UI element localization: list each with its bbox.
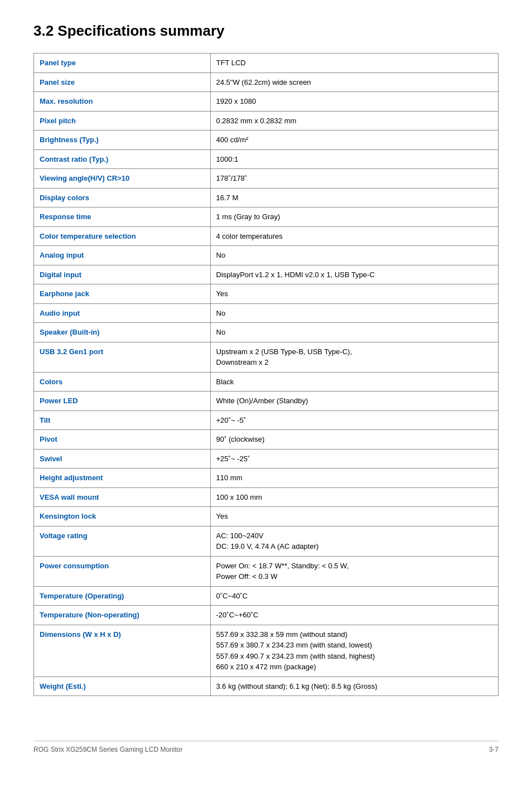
spec-label: Max. resolution xyxy=(34,92,211,112)
table-row: Viewing angle(H/V) CR>10178˚/178˚ xyxy=(34,169,499,189)
table-row: Speaker (Built-in)No xyxy=(34,323,499,342)
table-row: Temperature (Operating)0˚C~40˚C xyxy=(34,586,499,606)
table-row: Pivot90˚ (clockwise) xyxy=(34,430,499,450)
spec-value: 0.2832 mm x 0.2832 mm xyxy=(210,111,498,131)
spec-value: 24.5"W (62.2cm) wide screen xyxy=(210,73,498,92)
spec-value: No xyxy=(210,303,498,323)
spec-value: 90˚ (clockwise) xyxy=(210,430,498,450)
spec-value: -20˚C~+60˚C xyxy=(210,606,498,625)
spec-label: Temperature (Non-operating) xyxy=(34,606,211,625)
spec-value: 557.69 x 332.38 x 59 mm (without stand)5… xyxy=(210,625,498,677)
spec-value: Black xyxy=(210,372,498,392)
spec-value: 1920 x 1080 xyxy=(210,92,498,112)
table-row: Max. resolution1920 x 1080 xyxy=(34,92,499,112)
table-row: Pixel pitch0.2832 mm x 0.2832 mm xyxy=(34,111,499,131)
table-row: Audio inputNo xyxy=(34,303,499,323)
table-row: Panel size24.5"W (62.2cm) wide screen xyxy=(34,73,499,92)
table-row: Earphone jackYes xyxy=(34,284,499,304)
spec-label: Weight (Esti.) xyxy=(34,677,211,696)
spec-value: White (On)/Amber (Standby) xyxy=(210,392,498,411)
spec-value: 400 cd/m² xyxy=(210,131,498,150)
spec-value: 3.6 kg (without stand); 6.1 kg (Net); 8.… xyxy=(210,677,498,696)
spec-value: 178˚/178˚ xyxy=(210,169,498,189)
spec-value: 110 mm xyxy=(210,468,498,488)
spec-value: 16.7 M xyxy=(210,188,498,207)
spec-value: 0˚C~40˚C xyxy=(210,586,498,606)
spec-value: 1 ms (Gray to Gray) xyxy=(210,207,498,227)
table-row: Analog inputNo xyxy=(34,246,499,265)
footer-left: ROG Strix XG259CM Series Gaming LCD Moni… xyxy=(33,746,182,753)
table-row: Response time1 ms (Gray to Gray) xyxy=(34,207,499,227)
table-row: Brightness (Typ.)400 cd/m² xyxy=(34,131,499,150)
spec-label: Digital input xyxy=(34,265,211,284)
table-row: Swivel+25˚~ -25˚ xyxy=(34,449,499,468)
spec-value: No xyxy=(210,323,498,342)
specs-table: Panel typeTFT LCDPanel size24.5"W (62.2c… xyxy=(33,53,499,696)
spec-label: Swivel xyxy=(34,449,211,468)
table-row: Power LEDWhite (On)/Amber (Standby) xyxy=(34,392,499,411)
spec-label: Response time xyxy=(34,207,211,227)
table-row: Dimensions (W x H x D)557.69 x 332.38 x … xyxy=(34,625,499,677)
spec-label: Tilt xyxy=(34,410,211,430)
spec-value: 4 color temperatures xyxy=(210,226,498,246)
table-row: Weight (Esti.)3.6 kg (without stand); 6.… xyxy=(34,677,499,696)
spec-value: 1000:1 xyxy=(210,149,498,169)
spec-value: Yes xyxy=(210,284,498,304)
spec-value: 100 x 100 mm xyxy=(210,487,498,507)
table-row: USB 3.2 Gen1 portUpstream x 2 (USB Type-… xyxy=(34,342,499,372)
spec-value: Yes xyxy=(210,507,498,526)
table-row: Height adjustment110 mm xyxy=(34,468,499,488)
spec-label: Power consumption xyxy=(34,556,211,586)
spec-value: Upstream x 2 (USB Type-B, USB Type-C),Do… xyxy=(210,342,498,372)
spec-label: Viewing angle(H/V) CR>10 xyxy=(34,169,211,189)
table-row: Contrast ratio (Typ.)1000:1 xyxy=(34,149,499,169)
spec-label: Voltage rating xyxy=(34,526,211,556)
spec-label: USB 3.2 Gen1 port xyxy=(34,342,211,372)
table-row: Temperature (Non-operating)-20˚C~+60˚C xyxy=(34,606,499,625)
spec-label: Audio input xyxy=(34,303,211,323)
spec-value: Power On: < 18.7 W**, Standby: < 0.5 W,P… xyxy=(210,556,498,586)
spec-label: Display colors xyxy=(34,188,211,207)
table-row: Kensington lockYes xyxy=(34,507,499,526)
spec-value: +20˚~ -5˚ xyxy=(210,410,498,430)
table-row: Power consumptionPower On: < 18.7 W**, S… xyxy=(34,556,499,586)
spec-label: Speaker (Built-in) xyxy=(34,323,211,342)
footer-right: 3-7 xyxy=(489,746,499,753)
spec-value: DisplayPort v1.2 x 1, HDMI v2.0 x 1, USB… xyxy=(210,265,498,284)
spec-label: Pivot xyxy=(34,430,211,450)
spec-value: No xyxy=(210,246,498,265)
spec-label: Pixel pitch xyxy=(34,111,211,131)
spec-label: Kensington lock xyxy=(34,507,211,526)
table-row: Tilt+20˚~ -5˚ xyxy=(34,410,499,430)
spec-label: Colors xyxy=(34,372,211,392)
table-row: ColorsBlack xyxy=(34,372,499,392)
spec-label: Contrast ratio (Typ.) xyxy=(34,149,211,169)
spec-label: Dimensions (W x H x D) xyxy=(34,625,211,677)
spec-label: VESA wall mount xyxy=(34,487,211,507)
spec-label: Panel type xyxy=(34,54,211,73)
spec-label: Color temperature selection xyxy=(34,226,211,246)
spec-label: Panel size xyxy=(34,73,211,92)
spec-label: Earphone jack xyxy=(34,284,211,304)
table-row: Display colors16.7 M xyxy=(34,188,499,207)
spec-label: Brightness (Typ.) xyxy=(34,131,211,150)
spec-label: Temperature (Operating) xyxy=(34,586,211,606)
spec-label: Height adjustment xyxy=(34,468,211,488)
table-row: Panel typeTFT LCD xyxy=(34,54,499,73)
table-row: Digital inputDisplayPort v1.2 x 1, HDMI … xyxy=(34,265,499,284)
spec-value: AC: 100~240VDC: 19.0 V, 4.74 A (AC adapt… xyxy=(210,526,498,556)
table-row: Voltage ratingAC: 100~240VDC: 19.0 V, 4.… xyxy=(34,526,499,556)
spec-label: Analog input xyxy=(34,246,211,265)
table-row: Color temperature selection4 color tempe… xyxy=(34,226,499,246)
footer: ROG Strix XG259CM Series Gaming LCD Moni… xyxy=(33,741,499,753)
page-title: 3.2 Specifications summary xyxy=(33,22,499,40)
table-row: VESA wall mount100 x 100 mm xyxy=(34,487,499,507)
spec-value: +25˚~ -25˚ xyxy=(210,449,498,468)
spec-value: TFT LCD xyxy=(210,54,498,73)
spec-label: Power LED xyxy=(34,392,211,411)
